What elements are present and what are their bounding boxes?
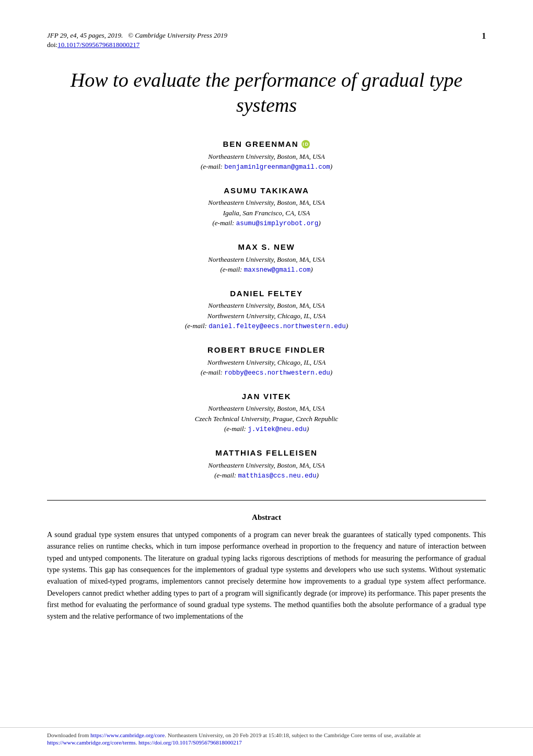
doi-link[interactable]: 10.1017/S0956796818000217 — [57, 41, 140, 49]
author-affiliation-1-1: Igalia, San Francisco, CA, USA — [208, 208, 325, 218]
doi-label: doi: — [47, 41, 57, 49]
author-name-1: ASUMU TAKIKAWA — [208, 185, 325, 197]
author-name-3: DANIEL FELTEY — [185, 288, 348, 300]
author-affiliation-4-0: Northwestern University, Chicago, IL, US… — [201, 357, 332, 368]
author-block-4: ROBERT BRUCE FINDLER Northwestern Univer… — [201, 344, 332, 378]
footer-line2: https://www.cambridge.org/core/terms. ht… — [47, 739, 486, 746]
author-block-0: BEN GREENMAN iD Northeastern University,… — [201, 138, 332, 172]
top-meta: JFP 29, e4, 45 pages, 2019. © Cambridge … — [47, 31, 486, 49]
email-link-3[interactable]: daniel.feltey@eecs.northwestern.edu — [208, 323, 346, 330]
footer-line1: Downloaded from https://www.cambridge.or… — [47, 732, 486, 738]
author-email-2: (e-mail: maxsnew@gmail.com) — [208, 264, 325, 275]
author-affiliation-5-1: Czech Technical University, Prague, Czec… — [195, 414, 338, 424]
page-number: 1 — [482, 31, 486, 41]
author-email-3: (e-mail: daniel.feltey@eecs.northwestern… — [185, 321, 348, 332]
email-link-2[interactable]: maxsnew@gmail.com — [244, 266, 311, 274]
email-link-1[interactable]: asumu@simplyrobot.org — [236, 220, 319, 227]
footer-terms-link[interactable]: https://www.cambridge.org/core/terms — [47, 739, 136, 746]
meta-left: JFP 29, e4, 45 pages, 2019. © Cambridge … — [47, 31, 227, 49]
author-affiliation-0-0: Northeastern University, Boston, MA, USA — [201, 152, 332, 162]
author-email-4: (e-mail: robby@eecs.northwestern.edu) — [201, 367, 332, 378]
author-email-0: (e-mail: benjaminlgreenman@gmail.com) — [201, 161, 332, 172]
footer-doi-link2[interactable]: https://doi.org/10.1017/S095679681800021… — [138, 739, 242, 746]
authors-section: BEN GREENMAN iD Northeastern University,… — [47, 138, 486, 481]
email-link-5[interactable]: j.vitek@neu.edu — [248, 426, 307, 433]
journal-text: JFP 29, e4, 45 pages, 2019. — [47, 31, 123, 39]
author-affiliation-3-0: Northeastern University, Boston, MA, USA — [185, 300, 348, 311]
copyright-text: © Cambridge University Press 2019 — [128, 31, 227, 39]
page: JFP 29, e4, 45 pages, 2019. © Cambridge … — [0, 0, 533, 756]
email-link-4[interactable]: robby@eecs.northwestern.edu — [224, 369, 330, 377]
abstract-title: Abstract — [47, 513, 486, 522]
doi-line: doi:10.1017/S0956796818000217 — [47, 41, 227, 49]
paper-title: How to evaluate the performance of gradu… — [47, 68, 486, 118]
author-block-3: DANIEL FELTEY Northeastern University, B… — [185, 288, 348, 332]
author-name-4: ROBERT BRUCE FINDLER — [201, 344, 332, 356]
author-block-1: ASUMU TAKIKAWA Northeastern University, … — [208, 185, 325, 229]
abstract-section: Abstract A sound gradual type system ens… — [47, 513, 486, 623]
email-link-6[interactable]: matthias@ccs.neu.edu — [238, 472, 316, 480]
abstract-text: A sound gradual type system ensures that… — [47, 529, 486, 623]
author-affiliation-3-1: Northwestern University, Chicago, IL, US… — [185, 311, 348, 321]
author-email-6: (e-mail: matthias@ccs.neu.edu) — [208, 470, 325, 481]
author-name-6: MATTHIAS FELLEISEN — [208, 447, 325, 459]
author-name-5: JAN VITEK — [195, 391, 338, 403]
author-affiliation-6-0: Northeastern University, Boston, MA, USA — [208, 460, 325, 471]
author-email-5: (e-mail: j.vitek@neu.edu) — [195, 424, 338, 435]
footer: Downloaded from https://www.cambridge.or… — [0, 727, 533, 746]
author-affiliation-5-0: Northeastern University, Boston, MA, USA — [195, 403, 338, 414]
author-affiliation-2-0: Northeastern University, Boston, MA, USA — [208, 254, 325, 265]
author-name-0: BEN GREENMAN iD — [201, 138, 332, 150]
author-affiliation-1-0: Northeastern University, Boston, MA, USA — [208, 197, 325, 208]
email-link-0[interactable]: benjaminlgreenman@gmail.com — [224, 164, 330, 171]
author-name-2: MAX S. NEW — [208, 241, 325, 253]
footer-cambridge-link[interactable]: https://www.cambridge.org/core — [90, 732, 165, 738]
author-block-6: MATTHIAS FELLEISEN Northeastern Universi… — [208, 447, 325, 481]
orcid-icon: iD — [302, 140, 310, 148]
author-email-1: (e-mail: asumu@simplyrobot.org) — [208, 218, 325, 229]
journal-info: JFP 29, e4, 45 pages, 2019. © Cambridge … — [47, 31, 227, 40]
section-divider — [47, 500, 486, 501]
author-block-5: JAN VITEK Northeastern University, Bosto… — [195, 391, 338, 435]
author-block-2: MAX S. NEW Northeastern University, Bost… — [208, 241, 325, 275]
